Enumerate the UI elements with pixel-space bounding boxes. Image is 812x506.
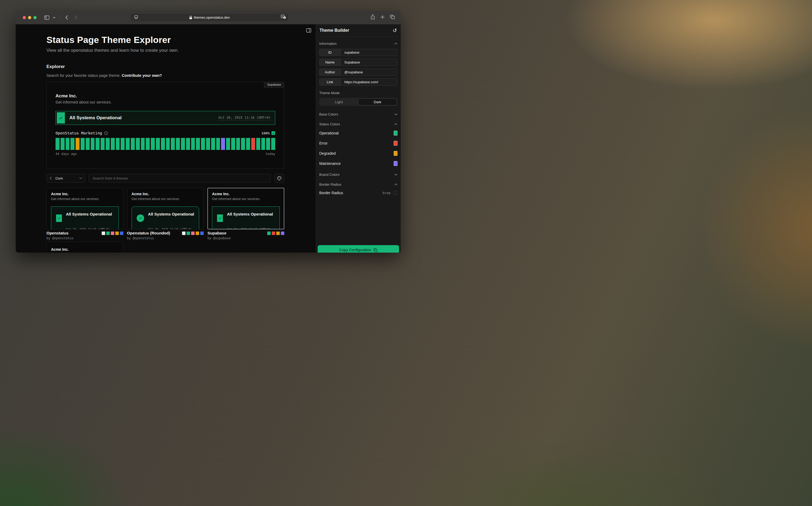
minimize-window-button[interactable]: [28, 16, 31, 19]
uptime-bar-operational[interactable]: [261, 138, 265, 150]
share-icon[interactable]: [370, 14, 375, 20]
uptime-bar-operational[interactable]: [266, 138, 270, 150]
uptime-bar-degraded[interactable]: [76, 138, 80, 150]
uptime-bar-operational[interactable]: [81, 138, 85, 150]
uptime-bar-operational[interactable]: [56, 138, 60, 150]
status-color-row-degraded: Degraded: [319, 150, 397, 157]
uptime-bar-operational[interactable]: [186, 138, 190, 150]
uptime-bar-operational[interactable]: [121, 138, 125, 150]
uptime-bar-operational[interactable]: [231, 138, 235, 150]
uptime-bar-operational[interactable]: [106, 138, 110, 150]
translate-icon[interactable]: A x: [281, 15, 286, 20]
uptime-bar-operational[interactable]: [206, 138, 210, 150]
uptime-bar-operational[interactable]: [191, 138, 195, 150]
uptime-bar-operational[interactable]: [126, 138, 130, 150]
theme-mode-option-dark[interactable]: Dark: [358, 98, 397, 105]
search-input[interactable]: [89, 174, 271, 183]
theme-card-openstatus-rounded-[interactable]: Acme Inc.Get informed about our services…: [127, 188, 204, 229]
uptime-bar-operational[interactable]: [146, 138, 150, 150]
right-panel-toggle-icon[interactable]: [306, 28, 311, 33]
theme-card-supabase[interactable]: Acme Inc.Get informed about our services…: [207, 188, 284, 229]
uptime-bar-operational[interactable]: [161, 138, 165, 150]
page-settings-icon[interactable]: [134, 15, 138, 20]
field-value[interactable]: Supabase: [341, 59, 397, 66]
uptime-bar-operational[interactable]: [141, 138, 145, 150]
status-color-swatch[interactable]: [394, 151, 397, 156]
information-section-header[interactable]: Information: [319, 41, 397, 46]
uptime-bar-operational[interactable]: [66, 138, 70, 150]
status-banner-timestamp[interactable]: Oct 26, 2025 11:16 (GMT+0): [218, 115, 271, 120]
uptime-bar-operational[interactable]: [201, 138, 205, 150]
reset-icon[interactable]: ↺: [393, 28, 397, 33]
status-color-swatch[interactable]: [394, 161, 397, 166]
color-swatch: [191, 232, 195, 235]
theme-card-openstatus[interactable]: Acme Inc.Get informed about our services…: [47, 188, 123, 229]
uptime-bar-operational[interactable]: [111, 138, 115, 150]
uptime-bar-operational[interactable]: [226, 138, 230, 150]
field-value[interactable]: supabase: [341, 49, 397, 56]
uptime-bar-operational[interactable]: [236, 138, 240, 150]
uptime-bar-operational[interactable]: [95, 138, 99, 150]
close-window-button[interactable]: [23, 16, 26, 19]
border-radius-swatch[interactable]: [393, 191, 397, 195]
brand-colors-section-header[interactable]: Brand Colors: [319, 173, 397, 177]
uptime-bar-operational[interactable]: [176, 138, 180, 150]
theme-name[interactable]: Openstatus: [47, 231, 69, 235]
status-color-swatch[interactable]: [394, 141, 397, 146]
uptime-bar-operational[interactable]: [131, 138, 135, 150]
uptime-bar-operational[interactable]: [86, 138, 90, 150]
uptime-bar-maintenance[interactable]: [221, 138, 225, 150]
uptime-bar-operational[interactable]: [181, 138, 185, 150]
contribute-link[interactable]: Contribute your own?: [122, 73, 162, 78]
uptime-bar-operational[interactable]: [91, 138, 95, 150]
palette-button[interactable]: [274, 174, 284, 183]
theme-name[interactable]: Supabase: [207, 231, 226, 235]
sidebar-chevron-icon[interactable]: [52, 14, 56, 21]
zoom-window-button[interactable]: [33, 16, 36, 19]
uptime-bar-operational[interactable]: [70, 138, 74, 150]
theme-name[interactable]: Openstatus (Rounded): [127, 231, 170, 235]
preview-company: Acme Inc.: [56, 93, 275, 99]
uptime-bar-operational[interactable]: [156, 138, 160, 150]
uptime-bar-operational[interactable]: [211, 138, 215, 150]
uptime-bar-operational[interactable]: [101, 138, 104, 150]
uptime-bar-operational[interactable]: [246, 138, 250, 150]
uptime-bar-operational[interactable]: [241, 138, 245, 150]
theme-mode-dropdown[interactable]: ☾ Dark: [47, 174, 85, 183]
back-button[interactable]: [63, 14, 70, 21]
theme-card-partial[interactable]: Acme Inc. Get informed about our service…: [47, 242, 123, 253]
url-bar[interactable]: themes.openstatus.dev A x: [131, 13, 289, 22]
moon-icon: ☾: [50, 176, 53, 180]
uptime-bar-operational[interactable]: [61, 138, 65, 150]
base-colors-section-header[interactable]: Base Colors: [319, 112, 397, 116]
status-colors-section-header[interactable]: Status Colors: [319, 122, 397, 126]
theme-mode-option-light[interactable]: Light: [320, 98, 358, 105]
uptime-bar-operational[interactable]: [136, 138, 140, 150]
mini-status-banner: All Systems OperationalOct 26, 2025 11:1…: [212, 206, 280, 229]
uptime-bar-operational[interactable]: [116, 138, 120, 150]
uptime-bar-operational[interactable]: [216, 138, 220, 150]
field-value[interactable]: @supabase: [341, 69, 397, 76]
uptime-bar-operational[interactable]: [271, 138, 275, 150]
copy-configuration-button[interactable]: Copy Configuration: [318, 245, 399, 253]
forward-button[interactable]: [72, 14, 80, 21]
uptime-bar-operational[interactable]: [171, 138, 175, 150]
chevron-down-icon: [394, 113, 397, 115]
uptime-bar-operational[interactable]: [166, 138, 170, 150]
info-icon[interactable]: [104, 131, 108, 135]
uptime-bar-operational[interactable]: [256, 138, 260, 150]
sidebar-toggle-icon[interactable]: [43, 14, 51, 21]
border-radius-field-label: Border Radius: [319, 191, 343, 195]
uptime-bar-operational[interactable]: [151, 138, 155, 150]
uptime-bar-error[interactable]: [251, 138, 255, 150]
partial-card-company: Acme Inc.: [51, 247, 119, 252]
field-value[interactable]: https://supabase.com/: [341, 79, 397, 85]
mini-tagline: Get informed about our services.: [132, 197, 199, 201]
color-swatch: [102, 232, 105, 235]
uptime-bar-operational[interactable]: [196, 138, 200, 150]
border-radius-section-header[interactable]: Border Radius: [319, 182, 397, 186]
new-tab-icon[interactable]: [380, 15, 385, 20]
status-color-swatch[interactable]: [394, 131, 397, 136]
tab-overview-icon[interactable]: [390, 15, 395, 20]
traffic-lights: [23, 16, 36, 19]
